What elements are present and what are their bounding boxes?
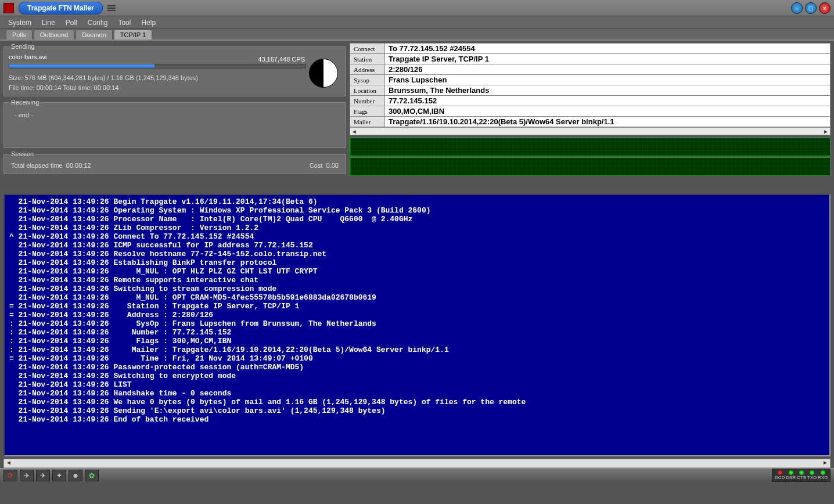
connection-label: Station [350, 54, 385, 64]
session-legend: Session [9, 150, 36, 157]
sending-legend: Sending [9, 43, 37, 50]
led-label: DSR [786, 475, 796, 480]
led-label: RXD [818, 475, 828, 480]
menu-tool[interactable]: Tool [113, 17, 135, 28]
led-dcd: DCD [775, 470, 785, 480]
led-dot-icon [789, 470, 793, 475]
connection-row: MailerTrapgate/1.16/19.10.2014,22:20(Bet… [350, 117, 831, 127]
led-cts: CTS [797, 470, 806, 480]
session-cost: Cost 0.00 [310, 162, 339, 169]
connection-row: Flags300,MO,CM,IBN [350, 106, 831, 117]
connection-label: Flags [350, 106, 385, 117]
menu-line[interactable]: Line [37, 17, 60, 28]
close-button[interactable]: × [819, 2, 831, 14]
window-title: Trapgate FTN Mailer [19, 2, 103, 15]
connection-row: Number77.72.145.152 [350, 96, 831, 106]
pie-icon [309, 59, 338, 88]
connection-label: Mailer [350, 117, 385, 127]
connection-label: Location [350, 85, 385, 96]
connection-value: 77.72.145.152 [385, 96, 831, 106]
connection-row: Address2:280/126 [350, 64, 831, 75]
activity-graph-tx [350, 138, 831, 156]
connection-scrollbar[interactable]: ◄ ► [350, 127, 831, 135]
refresh-button[interactable]: ⟳ [3, 470, 17, 481]
connection-label: Sysop [350, 75, 385, 85]
connection-row: ConnectTo 77.72.145.152 #24554 [350, 44, 831, 54]
receiving-legend: Receiving [9, 99, 41, 106]
sending-panel: Sending 43,167,448 CPS color bars.avi Si… [3, 43, 346, 96]
led-txd: TXD [807, 470, 817, 480]
connection-row: StationTrapgate IP Server, TCP/IP 1 [350, 54, 831, 64]
tab-strip: Polls Outbound Daemon TCP/IP 1 [0, 29, 834, 41]
maximize-button[interactable]: □ [805, 2, 817, 14]
menu-system[interactable]: System [3, 17, 36, 28]
led-dot-icon [821, 470, 825, 475]
menubar: System Line Poll Config Tool Help [0, 16, 834, 29]
session-elapsed: Total elapsed time 00:00:12 [11, 162, 91, 169]
led-label: DCD [775, 475, 785, 480]
tab-outbound[interactable]: Outbound [34, 30, 74, 39]
scroll-right-icon[interactable]: ► [821, 459, 830, 467]
log-terminal[interactable]: 21-Nov-2014 13:49:26 Begin Trapgate v1.1… [3, 194, 831, 456]
sending-cps: 43,167,448 CPS [258, 56, 305, 63]
connection-value: 2:280/126 [385, 64, 831, 75]
action-button-1[interactable]: ✈ [20, 470, 34, 481]
menu-help[interactable]: Help [136, 17, 160, 28]
sending-progress [9, 64, 306, 69]
session-panel: Session Total elapsed time 00:00:12 Cost… [3, 150, 346, 174]
connection-value: 300,MO,CM,IBN [385, 106, 831, 117]
connection-value: Frans Lupschen [385, 75, 831, 85]
connection-row: LocationBrunssum, The Netherlands [350, 85, 831, 96]
led-dot-icon [810, 470, 814, 475]
led-label: TXD [807, 475, 817, 480]
stats-button[interactable]: ✦ [52, 470, 66, 481]
titlebar: Trapgate FTN Mailer – □ × [0, 0, 834, 16]
sending-size: Size: 576 MB (604,344,281 bytes) / 1.16 … [9, 73, 306, 83]
app-icon [3, 3, 14, 13]
tab-tcpip1[interactable]: TCP/IP 1 [114, 30, 152, 39]
connection-value: Trapgate IP Server, TCP/IP 1 [385, 54, 831, 64]
tab-polls[interactable]: Polls [6, 30, 33, 39]
connection-value: To 77.72.145.152 #24554 [385, 44, 831, 54]
modem-lights: DCDDSRCTSTXDRXD [772, 469, 831, 482]
led-dot-icon [799, 470, 804, 475]
scroll-right-icon[interactable]: ► [822, 128, 830, 135]
menu-config[interactable]: Config [83, 17, 113, 28]
connection-label: Address [350, 64, 385, 75]
connection-value: Brunssum, The Netherlands [385, 85, 831, 96]
action-button-2[interactable]: ✈ [36, 470, 50, 481]
receiving-panel: Receiving - end - [3, 99, 346, 148]
connection-label: Number [350, 96, 385, 106]
connection-value: Trapgate/1.16/19.10.2014,22:20(Beta 5)/W… [385, 117, 831, 127]
activity-graph-rx [350, 157, 831, 176]
sending-progress-fill [9, 64, 154, 68]
tree-button[interactable]: ✿ [85, 470, 99, 481]
connection-info: ConnectTo 77.72.145.152 #24554StationTra… [350, 43, 831, 135]
menu-poll[interactable]: Poll [61, 17, 82, 28]
led-dot-icon [778, 470, 782, 475]
led-rxd: RXD [818, 470, 828, 480]
led-dsr: DSR [786, 470, 796, 480]
scroll-left-icon[interactable]: ◄ [4, 459, 13, 467]
led-label: CTS [797, 475, 806, 480]
receiving-text: - end - [9, 109, 341, 144]
tab-daemon[interactable]: Daemon [76, 30, 113, 39]
scroll-left-icon[interactable]: ◄ [350, 128, 358, 135]
log-scrollbar-h[interactable]: ◄ ► [3, 459, 831, 468]
connection-row: SysopFrans Lupschen [350, 75, 831, 85]
users-button[interactable]: ☻ [69, 470, 82, 481]
statusbar: ⟳ ✈ ✈ ✦ ☻ ✿ DCDDSRCTSTXDRXD [0, 468, 834, 482]
sending-time: File time: 00:00:14 Total time: 00:00:14 [9, 83, 306, 93]
minimize-button[interactable]: – [791, 2, 803, 14]
connection-label: Connect [350, 44, 385, 54]
menu-icon[interactable] [107, 5, 116, 11]
